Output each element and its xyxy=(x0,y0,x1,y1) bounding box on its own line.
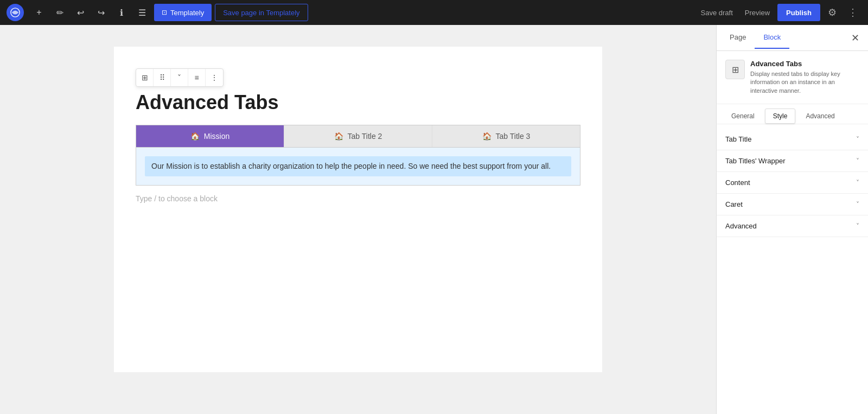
tab-3-icon: 🏠 xyxy=(482,132,492,141)
info-button[interactable]: ℹ xyxy=(113,4,130,21)
close-panel-button[interactable]: ✕ xyxy=(846,29,864,47)
tab-item-2[interactable]: 🏠 Tab Title 2 xyxy=(284,125,432,147)
accordion-tab-titles-wrapper-label: Tab Titles' Wrapper xyxy=(725,157,786,165)
general-label: General xyxy=(731,112,755,120)
preview-label: Preview xyxy=(745,9,770,17)
undo-icon: ↩ xyxy=(77,8,84,18)
settings-icon: ⚙ xyxy=(828,7,837,18)
save-page-label: Save page in Templately xyxy=(223,9,299,17)
placeholder-text: Type / to choose a block xyxy=(136,194,218,203)
accordion-tab-titles-wrapper-chevron: ˅ xyxy=(856,157,859,165)
panel-tab-block-label: Block xyxy=(763,33,781,41)
publish-label: Publish xyxy=(786,9,812,17)
accordion-tab-titles-wrapper: Tab Titles' Wrapper ˅ xyxy=(717,150,868,172)
accordion-tab-title: Tab Title ˅ xyxy=(717,129,868,150)
chevron-icon: ˅ xyxy=(177,73,181,82)
close-icon: ✕ xyxy=(851,32,859,44)
accordion-caret-header[interactable]: Caret ˅ xyxy=(717,194,868,215)
settings-button[interactable]: ⚙ xyxy=(824,4,841,21)
block-icon: ⊞ xyxy=(725,60,745,79)
tab-header: 🏠 Mission 🏠 Tab Title 2 🏠 Tab Title 3 xyxy=(136,125,580,147)
tab-content-area: Our Mission is to establish a charity or… xyxy=(136,147,580,185)
style-subtabs: General Style Advanced xyxy=(717,109,868,124)
top-toolbar: + ✏ ↩ ↪ ℹ ☰ ⊡ Templately Save page in Te… xyxy=(0,0,868,25)
advanced-label: Advanced xyxy=(806,112,834,120)
accordion-advanced-label: Advanced xyxy=(725,222,757,230)
tab-item-3[interactable]: 🏠 Tab Title 3 xyxy=(432,125,580,147)
accordion-tab-title-label: Tab Title xyxy=(725,135,751,143)
add-block-button[interactable]: + xyxy=(30,4,48,21)
more-block-options-button[interactable]: ⋮ xyxy=(206,69,223,86)
style-subtab-style[interactable]: Style xyxy=(765,109,796,124)
main-layout: ⊞ ⠿ ˅ ≡ ⋮ Advanced Tabs xyxy=(0,25,868,414)
tab-1-icon: 🏠 xyxy=(190,132,200,141)
tab-2-label: Tab Title 2 xyxy=(348,132,382,141)
add-icon: + xyxy=(36,8,41,17)
tab-2-icon: 🏠 xyxy=(334,132,343,141)
more-options-button[interactable]: ⋮ xyxy=(844,4,861,21)
accordion-content-header[interactable]: Content ˅ xyxy=(717,172,868,193)
accordion-content-chevron: ˅ xyxy=(856,179,859,187)
grid-icon: ⊞ xyxy=(142,73,148,82)
block-toolbar: ⊞ ⠿ ˅ ≡ ⋮ xyxy=(136,68,224,87)
accordion-advanced-chevron: ˅ xyxy=(856,222,859,230)
save-draft-label: Save draft xyxy=(701,9,733,17)
more-icon: ⋮ xyxy=(848,7,858,18)
templately-label: Templately xyxy=(170,9,204,17)
panel-tab-page[interactable]: Page xyxy=(721,27,755,49)
accordion-advanced: Advanced ˅ xyxy=(717,215,868,237)
tab-content-text: Our Mission is to establish a charity or… xyxy=(145,156,571,176)
panel-tab-page-label: Page xyxy=(730,33,746,41)
style-subtabs-wrapper: General Style Advanced xyxy=(717,104,868,129)
accordion-content: Content ˅ xyxy=(717,172,868,194)
preview-button[interactable]: Preview xyxy=(741,9,774,17)
style-subtab-advanced[interactable]: Advanced xyxy=(797,109,843,124)
more-options-icon: ⋮ xyxy=(210,73,218,82)
edit-button[interactable]: ✏ xyxy=(51,4,68,21)
templately-icon: ⊡ xyxy=(162,9,167,16)
tab-3-label: Tab Title 3 xyxy=(496,132,531,141)
advanced-tabs-icon: ⊞ xyxy=(732,65,739,75)
page-title: Advanced Tabs xyxy=(136,91,580,114)
tab-1-label: Mission xyxy=(204,132,229,141)
wp-logo[interactable] xyxy=(7,4,24,21)
align-icon: ≡ xyxy=(194,73,199,82)
block-info-title: Advanced Tabs xyxy=(750,60,859,68)
page-content: ⊞ ⠿ ˅ ≡ ⋮ Advanced Tabs xyxy=(114,47,602,372)
panel-tab-block[interactable]: Block xyxy=(755,27,789,49)
block-type-button[interactable]: ⊞ xyxy=(136,69,154,86)
tab-content-body: Our Mission is to establish a charity or… xyxy=(151,162,551,170)
list-icon: ☰ xyxy=(138,8,146,18)
block-placeholder[interactable]: Type / to choose a block xyxy=(136,186,580,212)
publish-button[interactable]: Publish xyxy=(777,4,820,21)
save-page-button[interactable]: Save page in Templately xyxy=(215,4,308,21)
align-button[interactable]: ≡ xyxy=(188,69,206,86)
accordion-caret-label: Caret xyxy=(725,200,743,208)
edit-icon: ✏ xyxy=(56,8,63,18)
accordion-tab-title-header[interactable]: Tab Title ˅ xyxy=(717,129,868,150)
accordion-tab-titles-wrapper-header[interactable]: Tab Titles' Wrapper ˅ xyxy=(717,150,868,171)
accordion-caret: Caret ˅ xyxy=(717,194,868,215)
panel-tabs: Page Block ✕ xyxy=(717,25,868,51)
save-draft-button[interactable]: Save draft xyxy=(697,9,737,17)
block-info: ⊞ Advanced Tabs Display nested tabs to d… xyxy=(717,51,868,104)
list-view-button[interactable]: ☰ xyxy=(133,4,151,21)
style-label: Style xyxy=(773,112,788,120)
canvas-area: ⊞ ⠿ ˅ ≡ ⋮ Advanced Tabs xyxy=(0,25,716,414)
templately-button[interactable]: ⊡ Templately xyxy=(154,4,212,21)
wp-logo-icon xyxy=(10,8,20,17)
accordion-advanced-header[interactable]: Advanced ˅ xyxy=(717,215,868,237)
info-icon: ℹ xyxy=(120,8,123,18)
move-up-down-button[interactable]: ˅ xyxy=(171,69,188,86)
undo-button[interactable]: ↩ xyxy=(72,4,89,21)
accordion-list: Tab Title ˅ Tab Titles' Wrapper ˅ Conten… xyxy=(717,129,868,237)
block-info-desc: Display nested tabs to display key infor… xyxy=(750,70,859,95)
block-info-text: Advanced Tabs Display nested tabs to dis… xyxy=(750,60,859,95)
redo-icon: ↪ xyxy=(98,8,105,18)
redo-button[interactable]: ↪ xyxy=(92,4,110,21)
tab-item-1[interactable]: 🏠 Mission xyxy=(136,125,284,147)
accordion-caret-chevron: ˅ xyxy=(856,201,859,208)
accordion-tab-title-chevron: ˅ xyxy=(856,136,859,143)
drag-handle-button[interactable]: ⠿ xyxy=(154,69,171,86)
style-subtab-general[interactable]: General xyxy=(723,109,763,124)
